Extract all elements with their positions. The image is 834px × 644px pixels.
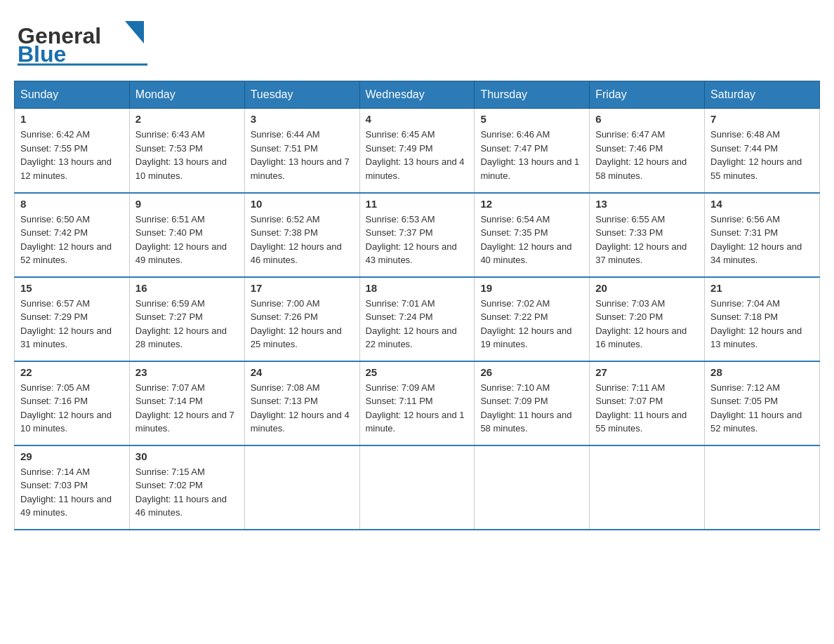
day-number: 5 xyxy=(480,113,583,125)
calendar-day-cell: 4Sunrise: 6:45 AMSunset: 7:49 PMDaylight… xyxy=(359,109,475,193)
calendar-day-cell: 25Sunrise: 7:09 AMSunset: 7:11 PMDayligh… xyxy=(359,361,475,445)
day-info: Sunrise: 7:10 AMSunset: 7:09 PMDaylight:… xyxy=(480,381,583,436)
calendar-day-cell xyxy=(475,445,590,530)
day-info: Sunrise: 7:01 AMSunset: 7:24 PMDaylight:… xyxy=(366,297,469,351)
calendar-day-cell: 17Sunrise: 7:00 AMSunset: 7:26 PMDayligh… xyxy=(244,277,359,361)
day-number: 13 xyxy=(595,198,699,210)
day-info: Sunrise: 6:44 AMSunset: 7:51 PMDaylight:… xyxy=(251,128,354,182)
header-sunday: Sunday xyxy=(15,81,130,109)
day-info: Sunrise: 7:00 AMSunset: 7:26 PMDaylight:… xyxy=(251,297,354,351)
day-number: 30 xyxy=(135,450,239,462)
day-number: 28 xyxy=(710,366,814,378)
calendar-day-cell: 8Sunrise: 6:50 AMSunset: 7:42 PMDaylight… xyxy=(15,193,130,277)
day-number: 10 xyxy=(251,198,354,210)
day-info: Sunrise: 7:07 AMSunset: 7:14 PMDaylight:… xyxy=(135,381,239,436)
day-info: Sunrise: 6:57 AMSunset: 7:29 PMDaylight:… xyxy=(20,297,124,351)
day-info: Sunrise: 6:59 AMSunset: 7:27 PMDaylight:… xyxy=(135,297,239,351)
day-number: 19 xyxy=(480,282,583,294)
day-info: Sunrise: 6:45 AMSunset: 7:49 PMDaylight:… xyxy=(366,128,469,182)
calendar-day-cell: 19Sunrise: 7:02 AMSunset: 7:22 PMDayligh… xyxy=(475,277,590,361)
day-info: Sunrise: 6:42 AMSunset: 7:55 PMDaylight:… xyxy=(20,128,124,182)
page-header: General Blue xyxy=(14,14,820,67)
calendar-header-row: Sunday Monday Tuesday Wednesday Thursday… xyxy=(15,81,820,109)
day-info: Sunrise: 7:02 AMSunset: 7:22 PMDaylight:… xyxy=(480,297,583,351)
calendar-week-row: 15Sunrise: 6:57 AMSunset: 7:29 PMDayligh… xyxy=(15,277,820,361)
calendar-day-cell: 21Sunrise: 7:04 AMSunset: 7:18 PMDayligh… xyxy=(705,277,820,361)
calendar-day-cell: 26Sunrise: 7:10 AMSunset: 7:09 PMDayligh… xyxy=(475,361,590,445)
day-info: Sunrise: 6:47 AMSunset: 7:46 PMDaylight:… xyxy=(595,128,699,182)
calendar-day-cell xyxy=(359,445,475,530)
calendar-day-cell: 3Sunrise: 6:44 AMSunset: 7:51 PMDaylight… xyxy=(244,109,359,193)
calendar-week-row: 8Sunrise: 6:50 AMSunset: 7:42 PMDaylight… xyxy=(15,193,820,277)
day-number: 2 xyxy=(135,113,239,125)
calendar-day-cell: 10Sunrise: 6:52 AMSunset: 7:38 PMDayligh… xyxy=(244,193,359,277)
day-number: 12 xyxy=(480,198,583,210)
day-number: 27 xyxy=(595,366,699,378)
calendar-day-cell: 18Sunrise: 7:01 AMSunset: 7:24 PMDayligh… xyxy=(359,277,475,361)
day-number: 11 xyxy=(366,198,469,210)
day-number: 22 xyxy=(20,366,124,378)
day-number: 16 xyxy=(135,282,239,294)
day-info: Sunrise: 7:09 AMSunset: 7:11 PMDaylight:… xyxy=(366,381,469,436)
day-info: Sunrise: 6:46 AMSunset: 7:47 PMDaylight:… xyxy=(480,128,583,182)
logo: General Blue xyxy=(14,14,151,67)
calendar-day-cell: 15Sunrise: 6:57 AMSunset: 7:29 PMDayligh… xyxy=(15,277,130,361)
day-number: 17 xyxy=(251,282,354,294)
day-number: 4 xyxy=(366,113,469,125)
day-info: Sunrise: 7:05 AMSunset: 7:16 PMDaylight:… xyxy=(20,381,124,436)
header-wednesday: Wednesday xyxy=(359,81,475,109)
day-number: 9 xyxy=(135,198,239,210)
calendar-week-row: 22Sunrise: 7:05 AMSunset: 7:16 PMDayligh… xyxy=(15,361,820,445)
calendar-day-cell: 16Sunrise: 6:59 AMSunset: 7:27 PMDayligh… xyxy=(129,277,244,361)
day-number: 3 xyxy=(251,113,354,125)
day-info: Sunrise: 7:08 AMSunset: 7:13 PMDaylight:… xyxy=(251,381,354,436)
calendar-day-cell: 2Sunrise: 6:43 AMSunset: 7:53 PMDaylight… xyxy=(129,109,244,193)
calendar-day-cell: 12Sunrise: 6:54 AMSunset: 7:35 PMDayligh… xyxy=(475,193,590,277)
calendar-day-cell: 27Sunrise: 7:11 AMSunset: 7:07 PMDayligh… xyxy=(590,361,705,445)
day-info: Sunrise: 6:56 AMSunset: 7:31 PMDaylight:… xyxy=(710,213,814,267)
header-friday: Friday xyxy=(590,81,705,109)
calendar-table: Sunday Monday Tuesday Wednesday Thursday… xyxy=(14,81,820,530)
day-info: Sunrise: 6:48 AMSunset: 7:44 PMDaylight:… xyxy=(710,128,814,182)
day-number: 14 xyxy=(710,198,814,210)
day-number: 26 xyxy=(480,366,583,378)
header-tuesday: Tuesday xyxy=(244,81,359,109)
day-number: 20 xyxy=(595,282,699,294)
day-info: Sunrise: 7:03 AMSunset: 7:20 PMDaylight:… xyxy=(595,297,699,351)
header-thursday: Thursday xyxy=(475,81,590,109)
day-number: 24 xyxy=(251,366,354,378)
day-info: Sunrise: 6:55 AMSunset: 7:33 PMDaylight:… xyxy=(595,213,699,267)
day-info: Sunrise: 7:14 AMSunset: 7:03 PMDaylight:… xyxy=(20,465,124,520)
calendar-day-cell: 11Sunrise: 6:53 AMSunset: 7:37 PMDayligh… xyxy=(359,193,475,277)
calendar-day-cell: 24Sunrise: 7:08 AMSunset: 7:13 PMDayligh… xyxy=(244,361,359,445)
calendar-day-cell xyxy=(244,445,359,530)
calendar-day-cell xyxy=(705,445,820,530)
day-number: 23 xyxy=(135,366,239,378)
calendar-day-cell: 30Sunrise: 7:15 AMSunset: 7:02 PMDayligh… xyxy=(129,445,244,530)
calendar-day-cell: 14Sunrise: 6:56 AMSunset: 7:31 PMDayligh… xyxy=(705,193,820,277)
calendar-day-cell: 7Sunrise: 6:48 AMSunset: 7:44 PMDaylight… xyxy=(705,109,820,193)
calendar-day-cell: 1Sunrise: 6:42 AMSunset: 7:55 PMDaylight… xyxy=(15,109,130,193)
day-info: Sunrise: 7:15 AMSunset: 7:02 PMDaylight:… xyxy=(135,465,239,520)
header-saturday: Saturday xyxy=(705,81,820,109)
day-info: Sunrise: 6:50 AMSunset: 7:42 PMDaylight:… xyxy=(20,213,124,267)
day-number: 25 xyxy=(366,366,469,378)
calendar-day-cell: 28Sunrise: 7:12 AMSunset: 7:05 PMDayligh… xyxy=(705,361,820,445)
day-info: Sunrise: 7:12 AMSunset: 7:05 PMDaylight:… xyxy=(710,381,814,436)
day-number: 18 xyxy=(366,282,469,294)
calendar-day-cell: 20Sunrise: 7:03 AMSunset: 7:20 PMDayligh… xyxy=(590,277,705,361)
calendar-week-row: 1Sunrise: 6:42 AMSunset: 7:55 PMDaylight… xyxy=(15,109,820,193)
day-number: 21 xyxy=(710,282,814,294)
calendar-day-cell: 6Sunrise: 6:47 AMSunset: 7:46 PMDaylight… xyxy=(590,109,705,193)
day-info: Sunrise: 6:54 AMSunset: 7:35 PMDaylight:… xyxy=(480,213,583,267)
calendar-week-row: 29Sunrise: 7:14 AMSunset: 7:03 PMDayligh… xyxy=(15,445,820,530)
day-number: 6 xyxy=(595,113,699,125)
header-monday: Monday xyxy=(129,81,244,109)
calendar-day-cell: 5Sunrise: 6:46 AMSunset: 7:47 PMDaylight… xyxy=(475,109,590,193)
calendar-day-cell: 22Sunrise: 7:05 AMSunset: 7:16 PMDayligh… xyxy=(15,361,130,445)
calendar-day-cell: 13Sunrise: 6:55 AMSunset: 7:33 PMDayligh… xyxy=(590,193,705,277)
day-number: 8 xyxy=(20,198,124,210)
day-number: 1 xyxy=(20,113,124,125)
svg-marker-1 xyxy=(125,21,144,43)
day-number: 15 xyxy=(20,282,124,294)
